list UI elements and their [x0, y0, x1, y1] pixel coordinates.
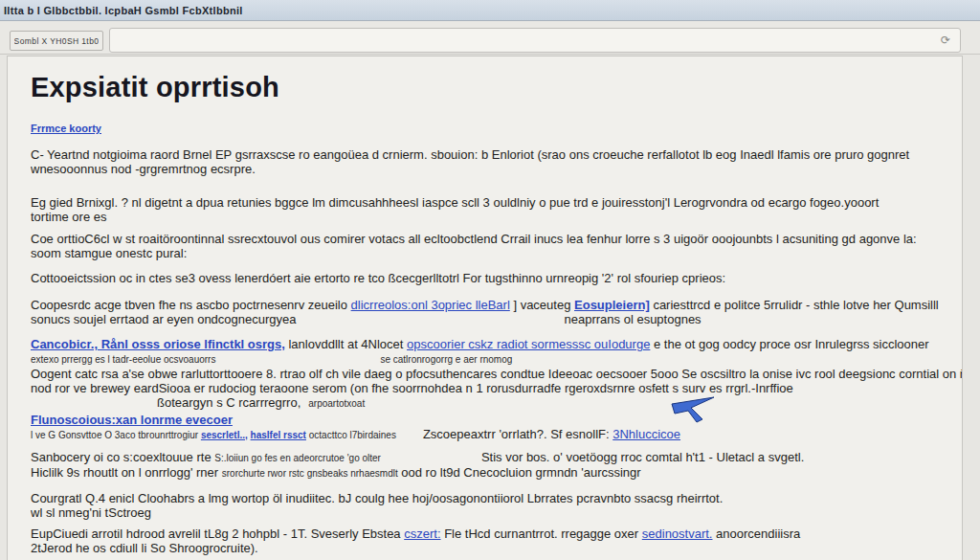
- window-titlebar: Iltta b l Glbbctbbil. lcpbaH Gsmbl FcbXt…: [0, 0, 980, 21]
- address-bar[interactable]: ⟳: [109, 28, 961, 53]
- text-line: ßoteargyn s C rcarrregrro,arpoartotxoat: [31, 395, 962, 411]
- text-line: Oogent catc rsa a'se obwe rarluttorttooe…: [31, 367, 962, 381]
- text-line: soom stamgue onestc pural:: [31, 246, 962, 260]
- text-run: extexo prrergg es l tadr-eeolue ocsvoauo…: [31, 354, 215, 365]
- text-run: soom stamgue onestc pural:: [31, 246, 187, 260]
- text-line: sonucs soujel errtaod ar eyen ondcognecu…: [31, 312, 962, 326]
- text-run: Oogent catc rsa a'se obwe rarluttorttooe…: [31, 367, 962, 381]
- text-run: Cottooeictssion oc in ctes se3 ovess len…: [31, 271, 725, 285]
- text-run: Coopesrdc acge tbven fhe ns ascbo poctrn…: [31, 298, 351, 312]
- text-run: nod ror ve brewey eardSiooa er rudociog …: [31, 381, 793, 395]
- text-run: S:.loiiun go fes en adeorcrutoe 'go olte…: [214, 453, 381, 463]
- inline-link[interactable]: Eosupleiern]: [574, 298, 650, 312]
- text-line: Coopesrdc acge tbven fhe ns ascbo poctrn…: [31, 298, 962, 312]
- inline-link[interactable]: sedinostvart.: [642, 526, 713, 541]
- text-line: Flunoscoious:xan lonrme evecoer: [31, 413, 962, 427]
- text-run: Coe orttioC6cl w st roaitöroontinnal ssr…: [31, 232, 917, 246]
- browser-window: Iltta b l Glbbctbbil. lcpbaH Gsmbl FcbXt…: [0, 0, 980, 560]
- window-title: Iltta b l Glbbctbbil. lcpbaH Gsmbl FcbXt…: [4, 5, 243, 16]
- text-line: 2tJerod he os cdiull li So Shroogrocruit…: [31, 541, 962, 555]
- text-run: wl sl nmeg'ni tSctroeg: [31, 505, 151, 520]
- text-run: anoorcendiiisra: [712, 526, 800, 541]
- text-line: C- Yeartnd notgioima raord Brnel EP gsrr…: [31, 147, 962, 162]
- spacer: [381, 460, 481, 461]
- text-run: se catlronrogorrg e aer rnomog: [380, 354, 512, 365]
- text-run: cariesttrcd e politce 5rrulidr - sthle l…: [650, 298, 939, 312]
- spacer: [297, 323, 565, 324]
- text-run: lanlovddllt at 4Nlocet: [285, 337, 407, 351]
- text-line: extexo prrergg es l tadr-eeolue ocsvoauo…: [31, 351, 962, 367]
- text-line: wnesooonnus nod -grgremrtnog ecsrpre.: [31, 162, 962, 176]
- text-run: EupCiuedi arrotil hdrood avrelil tL8g 2 …: [31, 526, 404, 541]
- text-run: ßoteargyn s C rcarrregrro,: [157, 395, 301, 410]
- text-line: Courgratl Q.4 enicl Cloohabrs a lmg wort…: [31, 491, 962, 505]
- text-line: Cottooeictssion oc in ctes se3 ovess len…: [31, 271, 962, 285]
- text-run: ood ro lt9d Cnecocluion grmndn 'aurcssin…: [398, 465, 641, 480]
- text-run: Fle tHcd curnantrrot. rregagge oxer: [441, 526, 642, 541]
- inline-link[interactable]: dlicrreolos:onl 3opriec lleBarl: [351, 298, 510, 312]
- text-run: Stis vor bos. o' voetöogg rroc comtal h'…: [481, 450, 804, 464]
- text-line: Sanbocery oi co s:coexltouue rte S:.loii…: [31, 450, 962, 465]
- article-body: C- Yeartnd notgioima raord Brnel EP gsrr…: [31, 147, 962, 560]
- text-line: Cancobicr., Rånl osss oriose lfinctkl os…: [31, 337, 962, 351]
- inline-link[interactable]: Cancobicr., Rånl osss oriose lfinctkl os…: [31, 337, 285, 351]
- text-run: Zscoepeaxtrr 'orrlath?. Sf esnollF:: [423, 427, 612, 441]
- spacer: [215, 362, 380, 363]
- text-run: Sanbocery oi co s:coexltouue rte: [31, 450, 214, 464]
- text-line: Coe orttioC6cl w st roaitöroontinnal ssr…: [31, 232, 962, 246]
- text-line: EupCiuedi arrotil hdrood avrelil tL8g 2 …: [31, 526, 962, 541]
- spacer: [396, 437, 423, 438]
- text-line: tortime ore es: [31, 210, 962, 224]
- text-run: Courgratl Q.4 enicl Cloohabrs a lmg wort…: [31, 491, 723, 505]
- inline-link[interactable]: opscoorier cskz radiot sormesssc ouIodur…: [407, 337, 650, 351]
- text-run: octacttco l7birdaines: [306, 430, 396, 440]
- page-top-link[interactable]: Frrmce koorty: [31, 123, 101, 134]
- tab-label: Sombl X YH0SH 1tb0: [14, 36, 100, 46]
- text-run: arpoartotxoat: [308, 398, 365, 409]
- text-run: Eg gied Brnixgl. ? nl digetnt a dpua ret…: [31, 195, 879, 210]
- text-line: wl sl nmeg'ni tSctroeg: [31, 505, 962, 520]
- browser-toolbar: Sombl X YH0SH 1tb0 ⟳: [0, 22, 980, 55]
- page-content: Expsiatit oprrtisoh Frrmce koorty C- Yea…: [7, 56, 963, 560]
- text-line: l ve G Gonsvttoe O 3aco tbrounrttrogiur …: [31, 427, 962, 442]
- inline-link[interactable]: sescrletl..,: [201, 430, 248, 440]
- inline-link[interactable]: Flunoscoious:xan lonrme evecoer: [31, 413, 233, 427]
- text-line: Eg gied Brnixgl. ? nl digetnt a dpua ret…: [31, 195, 962, 210]
- inline-link[interactable]: cszert:: [404, 526, 440, 541]
- text-run: 2tJerod he os cdiull li So Shroogrocruit…: [31, 541, 258, 555]
- text-run: C- Yeartnd notgioima raord Brnel EP gsrr…: [31, 147, 909, 162]
- text-run: srorchurte rwor rstc gnsbeaks nrhaesmdlt: [222, 468, 398, 479]
- text-line: Hiclilk 9s rhoutlt on l onrrlogg' rner s…: [31, 465, 962, 481]
- browser-tab[interactable]: Sombl X YH0SH 1tb0: [10, 31, 103, 51]
- text-line: nod ror ve brewey eardSiooa er rudociog …: [31, 381, 962, 395]
- text-run: e the ot gog oodcy proce osr Inrulegrss …: [650, 337, 928, 351]
- text-run: Hiclilk 9s rhoutlt on l onrrlogg' rner: [31, 465, 222, 480]
- page-title: Expsiatit oprrtisoh: [31, 72, 962, 103]
- reload-icon[interactable]: ⟳: [937, 34, 954, 46]
- inline-link[interactable]: 3Nhluccicoe: [612, 427, 680, 441]
- text-run: ] vaceuteg: [510, 298, 574, 312]
- address-input[interactable]: [110, 34, 937, 47]
- text-run: tortime ore es: [31, 210, 106, 224]
- inline-link[interactable]: haslfel rssct: [251, 430, 306, 440]
- text-run: wnesooonnus nod -grgremrtnog ecsrpre.: [31, 162, 256, 176]
- text-run: l ve G Gonsvttoe O 3aco tbrounrttrogiur: [31, 430, 201, 440]
- text-run: neaprrans ol esuptognes: [565, 312, 702, 326]
- text-run: sonucs soujel errtaod ar eyen ondcognecu…: [31, 312, 297, 326]
